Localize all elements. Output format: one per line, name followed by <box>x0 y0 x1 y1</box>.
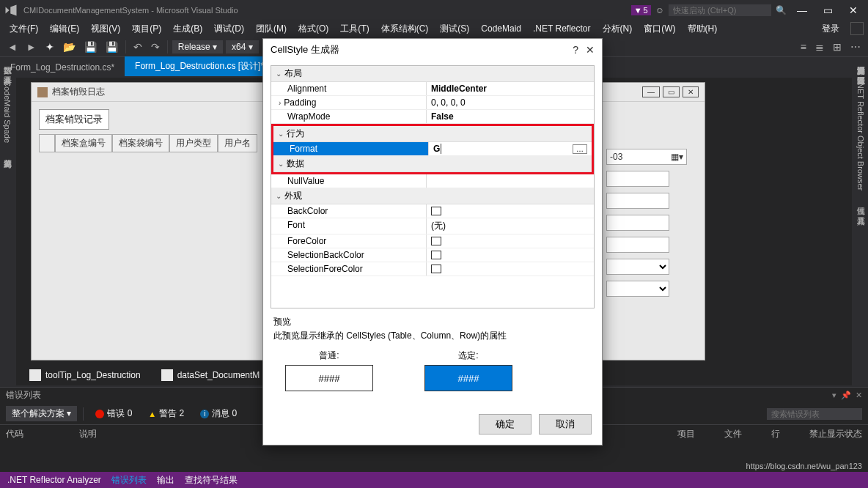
menu-debug[interactable]: 调试(D) <box>209 21 249 37</box>
collapse-icon[interactable]: ⌄ <box>276 192 282 200</box>
tray-dataset[interactable]: dataSet_DocumentM <box>161 369 260 381</box>
prop-format[interactable]: Format <box>273 142 429 155</box>
date-picker[interactable]: -03▦▾ <box>606 149 687 165</box>
cat-behavior[interactable]: ⌄行为 <box>273 126 592 142</box>
col-desc[interactable]: 说明 <box>79 428 97 440</box>
error-search-input[interactable] <box>767 408 862 420</box>
panel-pin-icon[interactable]: 📌 <box>841 391 851 400</box>
menu-edit[interactable]: 编辑(E) <box>45 21 84 37</box>
prop-alignment[interactable]: Alignment <box>271 82 427 95</box>
rail-team-explorer[interactable]: 团队资源管理器 <box>854 67 868 73</box>
menu-help[interactable]: 帮助(H) <box>683 21 723 37</box>
prop-wrapmode[interactable]: WrapMode <box>271 110 427 123</box>
prop-selforecolor[interactable]: SelectionForeColor <box>271 262 427 276</box>
align-center-icon[interactable]: ≣ <box>812 40 827 54</box>
prop-forecolor[interactable]: ForeColor <box>271 234 427 248</box>
col-1[interactable]: 档案袋编号 <box>112 134 169 152</box>
menu-file[interactable]: 文件(F) <box>4 21 43 37</box>
menu-format[interactable]: 格式(O) <box>293 21 334 37</box>
cat-appearance[interactable]: ⌄外观 <box>271 188 594 204</box>
rail-reflector-browser[interactable]: .NET Reflector Object Browser <box>855 78 867 193</box>
new-button[interactable]: ✦ <box>43 40 57 54</box>
cancel-button[interactable]: 取消 <box>539 414 592 435</box>
menu-reflector[interactable]: .NET Reflector <box>528 22 595 35</box>
menu-build[interactable]: 生成(B) <box>168 21 207 37</box>
prop-format-value[interactable]: G… <box>429 142 592 155</box>
rail-datasource[interactable]: 数据源 <box>1 57 15 63</box>
col-code[interactable]: 代码 <box>6 428 50 440</box>
menu-view[interactable]: 视图(V) <box>86 21 125 37</box>
rail-diagnostics[interactable]: 诊断工具 <box>1 67 15 73</box>
tab-design[interactable]: Form_Log_Destruction.cs [设计]* <box>125 56 274 76</box>
col-project[interactable]: 项目 <box>677 428 695 440</box>
status-find[interactable]: 查找符号结果 <box>185 474 238 487</box>
cat-data[interactable]: ⌄数据 <box>273 156 592 172</box>
messages-filter[interactable]: 消息 0 <box>194 406 243 421</box>
collapse-icon[interactable]: ⌄ <box>276 70 282 78</box>
open-button[interactable]: 📂 <box>60 40 78 54</box>
status-reflector[interactable]: .NET Reflector Analyzer <box>7 475 101 485</box>
menu-analyze[interactable]: 分析(N) <box>597 21 638 37</box>
rail-toolbox[interactable]: 工具箱 <box>854 208 868 214</box>
feedback-icon[interactable]: ☺ <box>655 5 664 15</box>
form-min-button[interactable]: ― <box>642 86 660 97</box>
minimize-button[interactable]: ― <box>791 3 813 18</box>
maximize-button[interactable]: ▭ <box>817 3 839 18</box>
status-output[interactable]: 输出 <box>157 474 174 487</box>
menu-test[interactable]: 测试(S) <box>435 21 474 37</box>
prop-backcolor[interactable]: BackColor <box>271 204 427 218</box>
field-4[interactable] <box>606 237 669 253</box>
menu-architecture[interactable]: 体系结构(C) <box>376 21 434 37</box>
form-close-button[interactable]: ✕ <box>683 86 699 97</box>
menu-codemaid[interactable]: CodeMaid <box>476 22 526 35</box>
calendar-icon[interactable]: ▦▾ <box>671 152 683 162</box>
warnings-filter[interactable]: 警告 2 <box>142 406 190 421</box>
save-all-button[interactable]: 💾 <box>103 40 121 54</box>
grid-icon[interactable]: ⊞ <box>830 40 845 54</box>
form-max-button[interactable]: ▭ <box>663 86 680 97</box>
redo-button[interactable]: ↷ <box>148 40 163 54</box>
cat-layout[interactable]: ⌄布局 <box>271 66 594 82</box>
forward-button[interactable]: ► <box>23 40 40 54</box>
rail-solution-explorer[interactable]: 解决方案资源管理器 <box>854 57 868 63</box>
rail-object-browser[interactable]: 对象浏览器 <box>1 150 15 156</box>
format-ellipsis-button[interactable]: … <box>573 144 587 154</box>
menu-tools[interactable]: 工具(T) <box>335 21 374 37</box>
col-2[interactable]: 用户类型 <box>169 134 218 152</box>
login-link[interactable]: 登录 <box>817 21 845 37</box>
status-error-list[interactable]: 错误列表 <box>111 474 147 487</box>
prop-padding[interactable]: ›Padding <box>271 96 427 109</box>
prop-selbackcolor[interactable]: SelectionBackColor <box>271 248 427 262</box>
menu-project[interactable]: 项目(P) <box>127 21 166 37</box>
collapse-icon[interactable]: ⌄ <box>278 160 284 168</box>
panel-dropdown-icon[interactable]: ▾ <box>832 391 836 400</box>
col-file[interactable]: 文件 <box>724 428 742 440</box>
dialog-close-button[interactable]: ✕ <box>586 44 595 56</box>
layout-more-icon[interactable]: ⋯ <box>847 40 864 54</box>
prop-font[interactable]: Font <box>271 218 427 234</box>
platform-dropdown[interactable]: x64 ▾ <box>226 40 259 53</box>
notifications-badge[interactable]: ▼5 <box>631 5 651 15</box>
avatar-icon[interactable] <box>850 22 864 35</box>
field-1[interactable] <box>606 171 669 187</box>
menu-team[interactable]: 团队(M) <box>251 21 292 37</box>
menu-window[interactable]: 窗口(W) <box>639 21 680 37</box>
col-line[interactable]: 行 <box>771 428 780 440</box>
quick-launch-input[interactable] <box>669 4 771 16</box>
search-icon[interactable]: 🔍 <box>776 5 787 15</box>
field-2[interactable] <box>606 193 669 209</box>
close-button[interactable]: ✕ <box>843 3 864 18</box>
panel-close-icon[interactable]: ✕ <box>856 391 862 400</box>
back-button[interactable]: ◄ <box>4 40 21 54</box>
align-left-icon[interactable]: ≡ <box>798 40 809 54</box>
scope-dropdown[interactable]: 整个解决方案 ▾ <box>6 406 77 421</box>
errors-filter[interactable]: 错误 0 <box>89 406 138 421</box>
prop-nullvalue[interactable]: NullValue <box>271 174 427 188</box>
collapse-icon[interactable]: ⌄ <box>278 130 284 138</box>
col-3[interactable]: 用户名 <box>218 134 257 152</box>
config-dropdown[interactable]: Release ▾ <box>172 40 223 53</box>
field-6[interactable] <box>606 281 669 297</box>
save-button[interactable]: 💾 <box>81 40 100 54</box>
rail-properties[interactable]: 属性 <box>854 198 868 204</box>
tray-tooltip[interactable]: toolTip_Log_Destruction <box>29 369 141 381</box>
